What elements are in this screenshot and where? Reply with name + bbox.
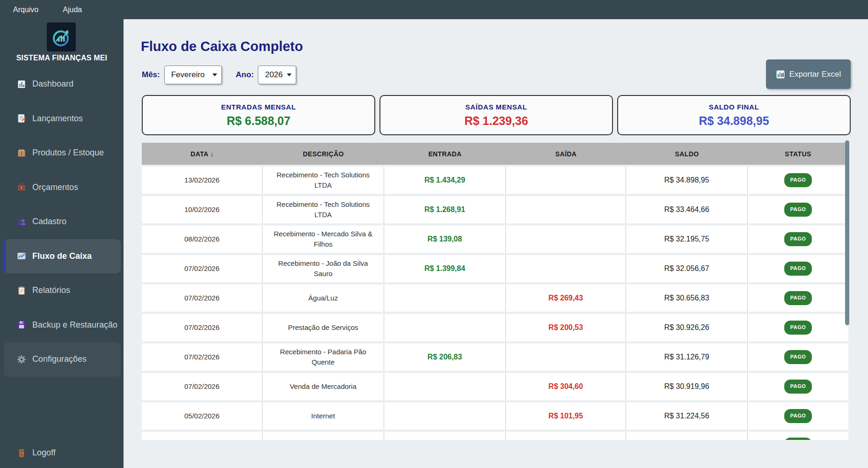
cell-exit bbox=[506, 196, 626, 223]
cell-entry bbox=[384, 285, 506, 312]
cell-date: 07/02/2026 bbox=[142, 373, 263, 400]
cell-date: 10/02/2026 bbox=[142, 196, 263, 223]
table-header-cell[interactable]: ENTRADA bbox=[384, 150, 506, 158]
cell-entry bbox=[384, 373, 506, 400]
cell-entry bbox=[384, 432, 506, 440]
cell-entry bbox=[384, 314, 506, 341]
clipboard-icon bbox=[17, 286, 26, 295]
year-select[interactable]: 2026 bbox=[258, 66, 296, 84]
users-icon bbox=[17, 217, 26, 227]
table-row[interactable]: 07/02/2026 Venda de Mercadoria R$ 304,60… bbox=[142, 373, 848, 400]
app-logo bbox=[47, 22, 76, 51]
table-row[interactable]: 10/02/2026 Recebimento - Tech Solutions … bbox=[142, 196, 848, 223]
sidebar-nav: Dashboard Lançamentos Produtos / Estoque… bbox=[0, 67, 124, 377]
table-header-cell[interactable]: SAÍDA bbox=[506, 150, 626, 158]
sidebar-item-logoff[interactable]: Logoff bbox=[17, 448, 56, 458]
status-badge: PAGO bbox=[784, 232, 812, 246]
table-header-cell[interactable]: DATA ↓ bbox=[142, 150, 263, 158]
sidebar-item-label: Dashboard bbox=[32, 79, 73, 89]
sidebar-item[interactable]: Relatórios bbox=[0, 273, 124, 308]
cell-exit bbox=[506, 255, 626, 282]
cell-entry: R$ 139,08 bbox=[384, 226, 506, 253]
sidebar-item-label: Backup e Restauração bbox=[32, 320, 117, 330]
sidebar-item-label: Configurações bbox=[32, 354, 87, 364]
cell-balance: R$ 33.464,66 bbox=[626, 196, 748, 223]
cell-balance: R$ 31.224,56 bbox=[626, 402, 748, 430]
sidebar-item-label: Relatórios bbox=[32, 285, 70, 295]
summary-card: ENTRADAS MENSAL R$ 6.588,07 bbox=[142, 95, 375, 135]
cell-description bbox=[263, 432, 384, 440]
summary-card-title: SALDO FINAL bbox=[709, 103, 759, 111]
export-excel-label: Exportar Excel bbox=[789, 70, 841, 79]
table-row-partial[interactable]: PAGO bbox=[142, 432, 848, 440]
sidebar-item-label: Orçamentos bbox=[32, 183, 78, 192]
table-row[interactable]: 07/02/2026 Prestação de Serviços R$ 200,… bbox=[142, 314, 848, 341]
app-name: SISTEMA FINANÇAS MEI bbox=[0, 54, 124, 62]
sidebar-item[interactable]: Configurações bbox=[4, 342, 121, 377]
table-row[interactable]: 05/02/2026 Internet R$ 101,95 R$ 31.224,… bbox=[142, 402, 848, 430]
gear-icon bbox=[17, 355, 26, 364]
cell-status: PAGO bbox=[748, 255, 848, 282]
table-row[interactable]: 07/02/2026 Água/Luz R$ 269,43 R$ 30.656,… bbox=[142, 285, 848, 312]
logoff-label: Logoff bbox=[32, 448, 56, 458]
cell-description: Água/Luz bbox=[263, 285, 384, 312]
cell-date: 08/02/2026 bbox=[142, 226, 263, 253]
cell-status: PAGO bbox=[748, 373, 848, 400]
menubar-item[interactable]: Ajuda bbox=[60, 4, 85, 16]
table-header-cell[interactable]: SALDO bbox=[626, 150, 748, 158]
cell-date: 07/02/2026 bbox=[142, 255, 263, 282]
status-badge: PAGO bbox=[784, 380, 812, 394]
cell-status: PAGO bbox=[748, 344, 848, 371]
cell-entry: R$ 1.268,91 bbox=[384, 196, 506, 223]
cell-status: PAGO bbox=[748, 167, 848, 194]
cell-status: PAGO bbox=[748, 402, 848, 430]
chevron-down-icon bbox=[212, 73, 217, 76]
cell-description: Recebimento - João da Silva Sauro bbox=[263, 255, 384, 282]
sidebar-item[interactable]: Dashboard bbox=[0, 67, 124, 102]
table-row[interactable]: 07/02/2026 Recebimento - João da Silva S… bbox=[142, 255, 848, 282]
sidebar-item[interactable]: Produtos / Estoque bbox=[0, 136, 124, 170]
cell-balance: R$ 31.126,79 bbox=[626, 344, 748, 371]
export-excel-button[interactable]: Exportar Excel bbox=[766, 59, 851, 89]
status-badge: PAGO bbox=[784, 409, 812, 423]
package-icon bbox=[17, 148, 26, 158]
month-select[interactable]: Fevereiro bbox=[164, 66, 222, 84]
sidebar-item[interactable]: Lançamentos bbox=[0, 102, 124, 136]
sidebar-item[interactable]: Cadastro bbox=[0, 205, 124, 239]
sidebar-item[interactable]: Fluxo de Caixa bbox=[4, 239, 121, 274]
year-label: Ano: bbox=[236, 70, 254, 80]
table-header-cell[interactable]: DESCRIÇÃO bbox=[263, 150, 384, 158]
month-select-value: Fevereiro bbox=[171, 70, 205, 80]
sidebar-item[interactable]: Orçamentos bbox=[0, 170, 124, 205]
table-scrollbar[interactable] bbox=[845, 140, 849, 325]
table-row[interactable]: 07/02/2026 Recebimento - Padaria Pão Que… bbox=[142, 344, 848, 371]
floppy-icon bbox=[17, 320, 26, 329]
status-badge: PAGO bbox=[784, 321, 812, 335]
bar-chart-icon bbox=[17, 80, 26, 89]
menubar-item[interactable]: Arquivo bbox=[10, 4, 41, 16]
chart-up-icon bbox=[17, 251, 26, 261]
summary-card-value: R$ 1.239,36 bbox=[464, 114, 528, 128]
cell-exit bbox=[506, 167, 626, 194]
cell-balance: R$ 32.056,67 bbox=[626, 255, 748, 282]
cell-exit bbox=[506, 344, 626, 371]
chevron-down-icon bbox=[287, 73, 292, 76]
table-row[interactable]: 08/02/2026 Recebimento - Mercado Silva &… bbox=[142, 226, 848, 253]
cell-date: 07/02/2026 bbox=[142, 285, 263, 312]
table-header-cell[interactable]: STATUS bbox=[748, 150, 848, 158]
sidebar-item[interactable]: Backup e Restauração bbox=[0, 308, 124, 343]
cell-exit: R$ 101,95 bbox=[506, 402, 626, 430]
cell-description: Prestação de Serviços bbox=[263, 314, 384, 341]
memo-icon bbox=[17, 114, 26, 123]
cell-status: PAGO bbox=[748, 226, 848, 253]
cashflow-table: DATA ↓DESCRIÇÃOENTRADASAÍDASALDOSTATUS 1… bbox=[142, 143, 848, 440]
cell-exit: R$ 200,53 bbox=[506, 314, 626, 341]
table-row[interactable]: 13/02/2026 Recebimento - Tech Solutions … bbox=[142, 167, 848, 194]
summary-card: SALDO FINAL R$ 34.898,95 bbox=[617, 95, 851, 135]
cell-date: 07/02/2026 bbox=[142, 314, 263, 341]
page-title: Fluxo de Caixa Completo bbox=[141, 39, 303, 54]
summary-cards: ENTRADAS MENSAL R$ 6.588,07 SAÍDAS MENSA… bbox=[142, 95, 851, 135]
summary-card: SAÍDAS MENSAL R$ 1.239,36 bbox=[379, 95, 613, 135]
chart-growth-logo-icon bbox=[47, 22, 76, 51]
table-body: 13/02/2026 Recebimento - Tech Solutions … bbox=[142, 167, 848, 430]
